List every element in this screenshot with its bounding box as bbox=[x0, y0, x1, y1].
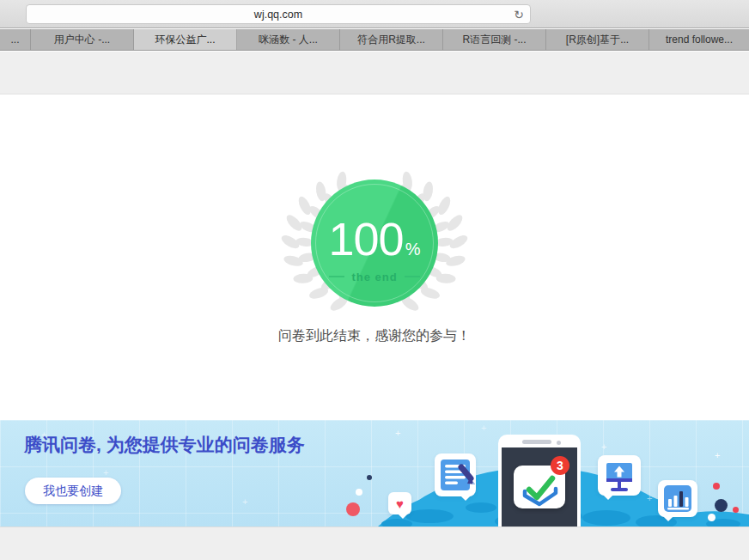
browser-window: wj.qq.com ↻ ... 用户中心 -... 环保公益广... 咪涵数 -… bbox=[0, 0, 749, 560]
progress-percent: 100% bbox=[329, 216, 421, 262]
tab-1[interactable]: 用户中心 -... bbox=[31, 29, 134, 50]
tab-5[interactable]: R语言回测 -... bbox=[443, 29, 546, 50]
url-text: wj.qq.com bbox=[254, 9, 302, 21]
survey-header-band bbox=[0, 52, 749, 94]
decor-plus: + bbox=[395, 429, 400, 438]
decor-plus: + bbox=[601, 442, 606, 452]
completion-badge: 100% the end bbox=[271, 167, 478, 319]
phone-screen: 3 bbox=[502, 447, 577, 527]
decor-dot bbox=[346, 502, 360, 516]
tab-2-active[interactable]: 环保公益广... bbox=[134, 29, 237, 50]
monitor-upload-icon bbox=[598, 455, 641, 496]
end-message: 问卷到此结束，感谢您的参与！ bbox=[0, 326, 749, 346]
document-edit-icon bbox=[435, 453, 476, 496]
decor-plus: + bbox=[103, 468, 108, 478]
reload-icon[interactable]: ↻ bbox=[514, 8, 524, 21]
phone-illustration: 3 bbox=[498, 435, 581, 527]
monitor-upload-bubble bbox=[598, 455, 641, 496]
browser-toolbar: wj.qq.com ↻ bbox=[0, 0, 749, 28]
heart-icon: ♥ bbox=[396, 497, 404, 510]
progress-circle: 100% the end bbox=[311, 180, 438, 307]
notification-badge: 3 bbox=[551, 456, 569, 475]
tab-0[interactable]: ... bbox=[0, 29, 31, 50]
create-survey-button[interactable]: 我也要创建 bbox=[25, 478, 121, 504]
tab-4[interactable]: 符合用R提取... bbox=[340, 29, 443, 50]
address-bar[interactable]: wj.qq.com ↻ bbox=[26, 4, 531, 24]
decor-plus: + bbox=[242, 497, 247, 507]
bar-chart-icon bbox=[658, 480, 697, 517]
decor-plus: + bbox=[647, 494, 652, 503]
decor-dot bbox=[733, 507, 739, 513]
tab-bar: ... 用户中心 -... 环保公益广... 咪涵数 - 人... 符合用R提取… bbox=[0, 29, 749, 51]
survey-page: 100% the end 问卷到此结束，感谢您的参与！ bbox=[0, 52, 749, 420]
decor-dot bbox=[715, 499, 728, 512]
heart-bubble: ♥ bbox=[388, 492, 411, 514]
bottom-strip bbox=[0, 527, 749, 560]
the-end-caption: the end bbox=[329, 271, 419, 283]
decor-dot bbox=[708, 514, 716, 521]
bar-chart-bubble bbox=[658, 480, 697, 517]
phone-speaker bbox=[522, 440, 551, 444]
tab-3[interactable]: 咪涵数 - 人... bbox=[237, 29, 340, 50]
decor-dot bbox=[367, 475, 372, 480]
decor-dot bbox=[356, 489, 362, 496]
decor-dot bbox=[713, 483, 720, 490]
tab-6[interactable]: [R原创]基于... bbox=[546, 29, 649, 50]
survey-app-icon: 3 bbox=[514, 466, 565, 508]
banner-headline: 腾讯问卷, 为您提供专业的问卷服务 bbox=[24, 433, 305, 457]
decor-plus: + bbox=[715, 451, 720, 460]
dash-right bbox=[405, 276, 420, 277]
promo-banner: 腾讯问卷, 为您提供专业的问卷服务 我也要创建 ♥ bbox=[0, 420, 749, 527]
document-bubble bbox=[435, 453, 476, 496]
phone-camera bbox=[557, 441, 561, 445]
decor-plus: + bbox=[481, 423, 486, 433]
dash-left bbox=[329, 276, 344, 277]
percent-sign: % bbox=[405, 240, 421, 259]
tab-7[interactable]: trend followe... bbox=[649, 29, 749, 50]
